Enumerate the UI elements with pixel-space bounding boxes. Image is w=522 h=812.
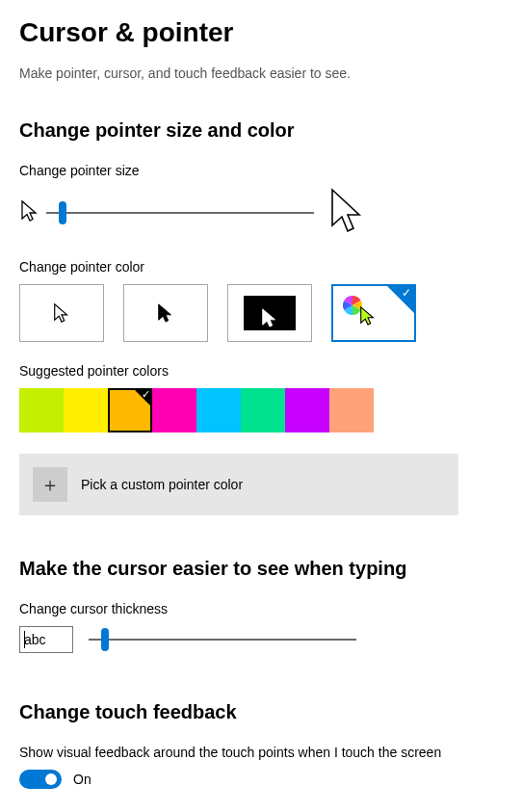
section-touch-feedback: Change touch feedback <box>19 701 503 723</box>
checkmark-icon: ✓ <box>402 287 411 299</box>
checkmark-icon: ✓ <box>142 389 150 400</box>
section-cursor-visibility: Make the cursor easier to see when typin… <box>19 558 503 580</box>
pointer-color-options: ✓ <box>19 284 503 342</box>
touch-feedback-description: Show visual feedback around the touch po… <box>19 745 472 760</box>
color-swatch-0[interactable] <box>19 388 64 432</box>
color-swatch-4[interactable] <box>196 388 241 432</box>
color-swatch-6[interactable] <box>285 388 329 432</box>
section-pointer-size-color: Change pointer size and color <box>19 119 503 142</box>
cursor-sample-text: abc <box>24 632 46 647</box>
cursor-small-icon <box>19 199 40 226</box>
page-title: Cursor & pointer <box>19 17 503 48</box>
pointer-size-slider-thumb[interactable] <box>59 201 66 224</box>
color-swatch-7[interactable] <box>329 388 374 432</box>
pointer-color-black[interactable] <box>123 284 208 342</box>
color-swatch-2[interactable]: ✓ <box>108 388 152 432</box>
cursor-thickness-row: abc <box>19 626 503 653</box>
cursor-thickness-slider-thumb[interactable] <box>101 628 109 651</box>
pick-custom-color-button[interactable]: ＋ Pick a custom pointer color <box>19 454 458 515</box>
pointer-color-white[interactable] <box>19 284 104 342</box>
pick-custom-color-label: Pick a custom pointer color <box>81 477 243 492</box>
cursor-thickness-label: Change cursor thickness <box>19 601 503 616</box>
suggested-color-swatches: ✓ <box>19 388 503 432</box>
cursor-colored-icon <box>358 305 378 330</box>
cursor-thickness-slider[interactable] <box>89 626 356 653</box>
page-subtitle: Make pointer, cursor, and touch feedback… <box>19 65 503 81</box>
touch-feedback-toggle-row: On <box>19 770 503 789</box>
color-swatch-5[interactable] <box>241 388 285 432</box>
color-swatch-3[interactable] <box>152 388 196 432</box>
touch-feedback-toggle-label: On <box>73 772 91 787</box>
plus-icon: ＋ <box>33 467 67 502</box>
pointer-color-label: Change pointer color <box>19 259 503 275</box>
pointer-color-custom[interactable]: ✓ <box>331 284 416 342</box>
cursor-large-icon <box>327 187 364 239</box>
touch-feedback-toggle[interactable] <box>19 770 62 789</box>
pointer-size-slider[interactable] <box>46 199 314 226</box>
pointer-size-row <box>19 188 503 238</box>
pointer-color-inverted[interactable] <box>227 284 312 342</box>
pointer-size-label: Change pointer size <box>19 163 503 178</box>
cursor-thickness-preview: abc <box>19 626 73 653</box>
color-swatch-1[interactable] <box>64 388 108 432</box>
suggested-colors-label: Suggested pointer colors <box>19 363 503 379</box>
